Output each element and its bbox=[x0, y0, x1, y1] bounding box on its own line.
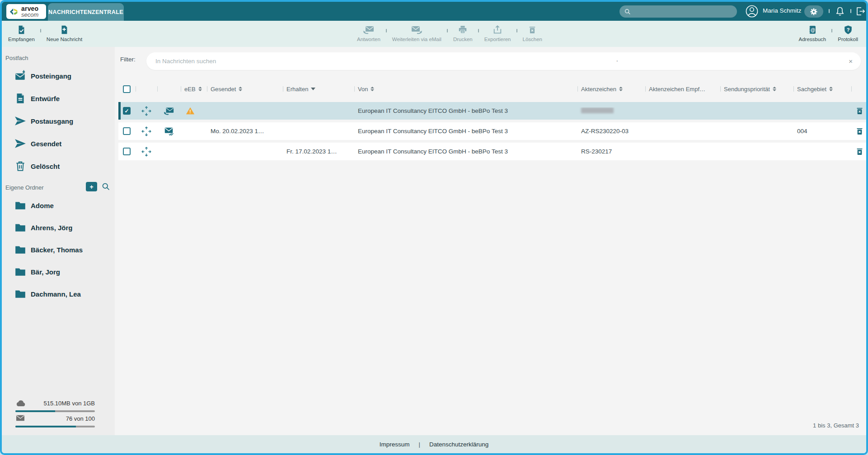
notifications-button[interactable] bbox=[835, 6, 845, 17]
paper-plane-icon bbox=[14, 138, 26, 149]
row-checkbox[interactable] bbox=[123, 127, 131, 135]
sort-icon bbox=[198, 87, 202, 91]
header-aktenzeichen-empf[interactable]: Aktenzeichen Empf… bbox=[645, 82, 720, 96]
cloud-icon bbox=[15, 399, 26, 408]
cell-von: European IT Consultancy EITCO GmbH - beB… bbox=[354, 107, 577, 114]
folder-item-baecker[interactable]: Bäcker, Thomas bbox=[2, 238, 115, 261]
filter-clear-button[interactable]: × bbox=[849, 58, 853, 65]
header-gesendet[interactable]: Gesendet bbox=[207, 82, 283, 96]
gear-icon bbox=[809, 7, 818, 16]
sidebar-item-geloescht[interactable]: Gelöscht bbox=[2, 155, 115, 177]
folder-item-adome[interactable]: Adome bbox=[2, 194, 115, 217]
weiterleiten-button[interactable]: Weiterleiten via eMail bbox=[389, 23, 445, 44]
folder-search-button[interactable] bbox=[101, 182, 111, 191]
sidebar-item-gesendet[interactable]: Gesendet bbox=[2, 132, 115, 155]
delete-row-button[interactable] bbox=[855, 147, 864, 156]
search-icon bbox=[624, 8, 631, 15]
row-checkbox[interactable] bbox=[123, 148, 131, 155]
eigene-ordner-header: Eigene Ordner + bbox=[5, 183, 111, 191]
folder-icon bbox=[14, 288, 26, 300]
sidebar: Postfach Posteingang Entwürfe bbox=[2, 47, 115, 435]
exportieren-button[interactable]: Exportieren bbox=[481, 23, 515, 44]
messages-quota: 76 von 100 bbox=[15, 413, 95, 423]
cell-gesendet: Mo. 20.02.2023 1… bbox=[207, 128, 283, 135]
messages-quota-text: 76 von 100 bbox=[26, 415, 95, 422]
drucken-button[interactable]: Drucken bbox=[450, 23, 476, 44]
select-all-checkbox[interactable] bbox=[123, 85, 131, 93]
header-erhalten[interactable]: Erhalten bbox=[283, 82, 354, 96]
delete-row-button[interactable] bbox=[855, 106, 864, 116]
logout-button[interactable] bbox=[855, 6, 866, 17]
protokoll-button[interactable]: ? Protokoll bbox=[834, 23, 862, 44]
sort-icon bbox=[239, 87, 242, 91]
cell-erhalten: Fr. 17.02.2023 1… bbox=[283, 148, 354, 155]
filter-input[interactable] bbox=[155, 57, 849, 65]
add-folder-button[interactable]: + bbox=[86, 182, 97, 191]
antworten-button[interactable]: Antworten bbox=[353, 23, 384, 44]
row-checkbox[interactable]: ✓ bbox=[123, 107, 131, 115]
header-aktenzeichen[interactable]: Aktenzeichen bbox=[577, 82, 645, 96]
draft-document-icon bbox=[14, 93, 26, 104]
folder-icon bbox=[14, 244, 26, 255]
empfangen-button[interactable]: Empfangen bbox=[5, 23, 38, 44]
move-handle-icon[interactable] bbox=[141, 126, 152, 137]
datenschutz-link[interactable]: Datenschutzerklärung bbox=[429, 441, 488, 448]
tab-nachrichtenzentrale[interactable]: NACHRICHTENZENTRALE bbox=[48, 3, 124, 21]
header-von[interactable]: Von bbox=[354, 82, 577, 96]
svg-text:?: ? bbox=[846, 27, 849, 32]
move-handle-icon[interactable] bbox=[141, 146, 152, 157]
footer-separator: | bbox=[419, 441, 420, 448]
sort-icon bbox=[619, 87, 623, 91]
cell-von: European IT Consultancy EITCO GmbH - beB… bbox=[354, 128, 577, 135]
header-sachgebiet[interactable]: Sachgebiet bbox=[793, 82, 851, 96]
brand-logo-icon bbox=[9, 7, 19, 17]
folder-item-dachmann[interactable]: Dachmann, Lea bbox=[2, 283, 115, 305]
header-delete bbox=[851, 82, 868, 96]
delete-row-button[interactable] bbox=[855, 126, 864, 136]
main-content: Filter: . × eEB Gesendet bbox=[115, 47, 866, 435]
sidebar-item-posteingang[interactable]: Posteingang bbox=[2, 65, 115, 87]
folder-item-baer[interactable]: Bär, Jorg bbox=[2, 260, 115, 283]
toolbar-separator bbox=[516, 29, 517, 32]
user-avatar-icon[interactable] bbox=[745, 5, 759, 18]
table-row[interactable]: Mo. 20.02.2023 1… European IT Consultanc… bbox=[118, 122, 868, 140]
new-message-icon bbox=[59, 24, 69, 35]
adressbuch-button[interactable]: @ Adressbuch bbox=[795, 23, 830, 44]
address-book-icon: @ bbox=[807, 24, 817, 35]
topbar: arveo secom NACHRICHTENZENTRALE Maria Sc… bbox=[2, 2, 866, 21]
cell-aktenzeichen: AZ-RS230220-03 bbox=[577, 128, 645, 135]
app-window: arveo secom NACHRICHTENZENTRALE Maria Sc… bbox=[0, 0, 868, 455]
trash-outline-icon bbox=[14, 160, 26, 172]
move-handle-icon[interactable] bbox=[141, 106, 152, 116]
sort-icon bbox=[773, 87, 776, 91]
messages-quota-bar bbox=[15, 426, 95, 427]
folder-item-ahrens[interactable]: Ahrens, Jörg bbox=[2, 216, 115, 239]
bell-icon bbox=[835, 6, 845, 17]
table-row[interactable]: ✓ bbox=[118, 102, 868, 120]
neue-nachricht-button[interactable]: Neue Nachricht bbox=[43, 23, 86, 44]
printer-icon bbox=[458, 24, 468, 35]
global-search-input[interactable] bbox=[634, 8, 726, 15]
result-count: 1 bis 3, Gesamt 3 bbox=[813, 422, 859, 429]
loeschen-button[interactable]: Löschen bbox=[519, 23, 546, 44]
storage-quota-text: 515.10MB von 1GB bbox=[26, 400, 95, 407]
table-row[interactable]: Fr. 17.02.2023 1… European IT Consultanc… bbox=[118, 143, 868, 160]
cell-aktenzeichen: RS-230217 bbox=[577, 148, 645, 155]
footer: Impressum | Datenschutzerklärung bbox=[2, 435, 866, 453]
impressum-link[interactable]: Impressum bbox=[380, 441, 410, 448]
reply-envelope-icon bbox=[363, 24, 375, 35]
postfach-section-title: Postfach bbox=[5, 55, 28, 61]
settings-button[interactable] bbox=[804, 5, 823, 18]
eigene-ordner-title: Eigene Ordner bbox=[5, 184, 44, 191]
sidebar-item-postausgang[interactable]: Postausgang bbox=[2, 110, 115, 132]
export-icon bbox=[493, 24, 502, 35]
brand-name-bottom: secom bbox=[21, 12, 38, 18]
header-eeb[interactable]: eEB bbox=[181, 82, 207, 96]
inbox-icon bbox=[14, 70, 26, 82]
header-sendungsprioritaet[interactable]: Sendungspriorität bbox=[720, 82, 793, 96]
folder-icon bbox=[14, 200, 26, 211]
sidebar-item-entwuerfe[interactable]: Entwürfe bbox=[2, 87, 115, 110]
trash-x-icon bbox=[527, 24, 537, 35]
filter-box: . × bbox=[146, 52, 861, 70]
table-header: eEB Gesendet Erhalten Von Aktenzeichen bbox=[118, 82, 868, 96]
